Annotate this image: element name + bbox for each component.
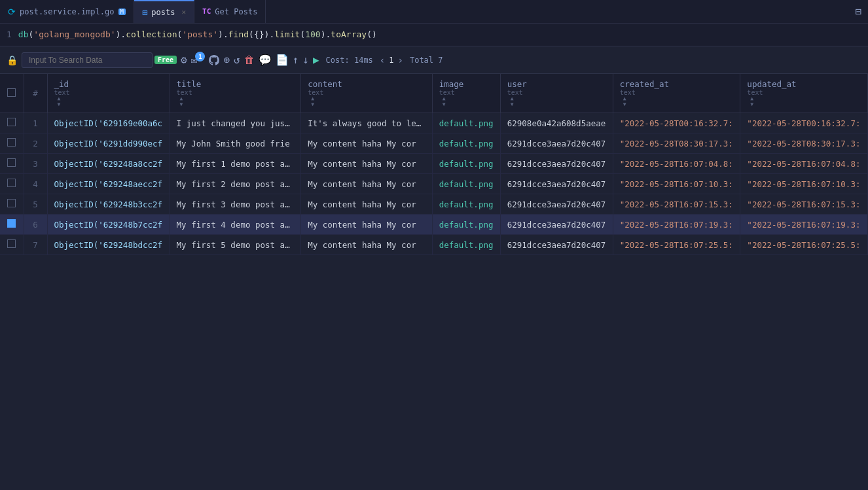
free-badge: Free: [154, 56, 177, 64]
th-title-sort[interactable]: ▲▼: [180, 96, 183, 107]
tab-post-service-label: post.service.impl.go: [20, 7, 115, 16]
th-user-sub: text: [507, 89, 606, 96]
th-content[interactable]: content text ▲▼: [301, 74, 433, 113]
tab-posts-close[interactable]: ✕: [181, 8, 186, 16]
table-row[interactable]: 2 ObjectID('6291dd990ecf My John Smith g…: [0, 133, 868, 154]
th-updated-at[interactable]: updated_at text ▲▼: [740, 74, 868, 113]
data-table: # _id text ▲▼ title text ▲▼ content text…: [0, 74, 868, 255]
search-input[interactable]: [22, 52, 153, 68]
go-icon: ⟳: [8, 7, 16, 17]
split-view-icon[interactable]: ⊟: [855, 5, 861, 18]
table-header-row: # _id text ▲▼ title text ▲▼ content text…: [0, 74, 868, 113]
row-checkbox[interactable]: [7, 179, 16, 187]
th-image-sort[interactable]: ▲▼: [443, 96, 446, 107]
row-checkbox-cell[interactable]: [0, 215, 24, 235]
tab-post-service-badge: M: [118, 9, 126, 15]
row-num: 6: [24, 215, 47, 235]
row-image: default.png: [432, 215, 500, 235]
tab-bar-right: ⊟: [855, 5, 868, 18]
row-id: ObjectID('6291dd990ecf: [47, 133, 170, 154]
row-checkbox-cell[interactable]: [0, 113, 24, 133]
play-icon[interactable]: ▶: [313, 54, 319, 66]
upload-icon[interactable]: ↑: [293, 54, 299, 66]
th-content-sub: text: [308, 89, 425, 96]
download-icon[interactable]: ↓: [302, 54, 309, 66]
row-updated-at: "2022-05-28T16:07:10.3:: [740, 174, 868, 194]
row-checkbox-cell[interactable]: [0, 194, 24, 215]
row-checkbox-cell[interactable]: [0, 174, 24, 194]
row-created-at: "2022-05-28T16:07:10.3:: [613, 174, 740, 194]
th-id-sort[interactable]: ▲▼: [58, 96, 61, 107]
th-title[interactable]: title text ▲▼: [170, 74, 301, 113]
table-row[interactable]: 4 ObjectID('629248aecc2f My first 2 demo…: [0, 174, 868, 194]
github-icon[interactable]: [209, 55, 219, 65]
row-title: My first 5 demo post alv: [170, 235, 301, 255]
th-user-sort[interactable]: ▲▼: [511, 96, 514, 107]
tab-post-service[interactable]: ⟳ post.service.impl.go M: [0, 0, 134, 23]
table-row[interactable]: 7 ObjectID('629248bdcc2f My first 5 demo…: [0, 235, 868, 255]
th-select-all[interactable]: [0, 74, 24, 113]
tab-bar: ⟳ post.service.impl.go M ⊞ posts ✕ TC Ge…: [0, 0, 868, 24]
th-content-sort[interactable]: ▲▼: [311, 96, 314, 107]
th-created-at-label: created_at: [620, 79, 669, 89]
doc-icon[interactable]: 📄: [276, 54, 289, 66]
th-id[interactable]: _id text ▲▼: [47, 74, 170, 113]
mail-icon-wrapper: ⚙: [181, 54, 187, 66]
row-checkbox[interactable]: [7, 118, 16, 126]
row-image: default.png: [432, 174, 500, 194]
select-all-checkbox[interactable]: [7, 88, 16, 97]
tab-posts[interactable]: ⊞ posts ✕: [134, 0, 194, 23]
row-created-at: "2022-05-28T16:07:19.3:: [613, 215, 740, 235]
row-num: 3: [24, 154, 47, 174]
query-line-num: 1: [7, 29, 12, 39]
th-title-sub: text: [177, 89, 295, 96]
row-image: default.png: [432, 133, 500, 154]
page-prev-btn[interactable]: ‹: [380, 55, 385, 65]
th-updated-at-sort[interactable]: ▲▼: [750, 96, 753, 107]
table-row[interactable]: 3 ObjectID('629248a8cc2f My first 1 demo…: [0, 154, 868, 174]
delete-icon[interactable]: 🗑: [244, 54, 255, 66]
row-content: My content haha My cor: [301, 194, 433, 215]
table-row[interactable]: 1 ObjectID('629169e00a6c I just changed …: [0, 113, 868, 133]
settings-icon[interactable]: ⚙: [181, 54, 187, 66]
notification-wrapper: ✉ 1: [191, 54, 206, 66]
th-image[interactable]: image text ▲▼: [432, 74, 500, 113]
total-label: Total 7: [410, 56, 443, 65]
th-user[interactable]: user text ▲▼: [500, 74, 613, 113]
row-checkbox-cell[interactable]: [0, 235, 24, 255]
row-created-at: "2022-05-28T16:07:25.5:: [613, 235, 740, 255]
row-created-at: "2022-05-28T08:30:17.3:: [613, 133, 740, 154]
row-checkbox-cell[interactable]: [0, 154, 24, 174]
tab-get-posts-label: Get Posts: [215, 7, 257, 16]
data-table-container: # _id text ▲▼ title text ▲▼ content text…: [0, 74, 868, 488]
chat-icon[interactable]: 💬: [259, 54, 272, 66]
row-id: ObjectID('629248a8cc2f: [47, 154, 170, 174]
row-content: My content haha My cor: [301, 154, 433, 174]
row-updated-at: "2022-05-28T00:16:32.7:: [740, 113, 868, 133]
th-created-at-sort[interactable]: ▲▼: [623, 96, 626, 107]
page-next-btn[interactable]: ›: [398, 55, 403, 65]
tab-get-posts[interactable]: TC Get Posts: [194, 0, 266, 23]
row-checkbox[interactable]: [7, 138, 16, 147]
row-checkbox-cell[interactable]: [0, 133, 24, 154]
table-row[interactable]: 6 ObjectID('629248b7cc2f My first 4 demo…: [0, 215, 868, 235]
toolbar: 🔒 Free ⚙ ✉ 1 ⊕ ↺ 🗑 💬 📄 ↑ ↓ ▶ Cost: 14ms …: [0, 46, 868, 74]
row-checkbox[interactable]: [7, 199, 16, 207]
row-id: ObjectID('629248aecc2f: [47, 174, 170, 194]
row-content: My content haha My cor: [301, 235, 433, 255]
th-user-label: user: [507, 79, 527, 89]
row-user: 62908e0a42a608d5aeae: [500, 113, 613, 133]
lock-icon: 🔒: [7, 55, 18, 65]
row-content: My content haha My cor: [301, 133, 433, 154]
th-created-at[interactable]: created_at text ▲▼: [613, 74, 740, 113]
row-checkbox[interactable]: [7, 219, 16, 228]
row-title: My first 1 demo post alv: [170, 154, 301, 174]
tc-icon: TC: [202, 7, 211, 16]
add-icon[interactable]: ⊕: [223, 54, 230, 66]
query-func: db: [18, 29, 29, 39]
row-checkbox[interactable]: [7, 158, 16, 167]
row-checkbox[interactable]: [7, 239, 16, 248]
table-row[interactable]: 5 ObjectID('629248b3cc2f My first 3 demo…: [0, 194, 868, 215]
refresh-icon[interactable]: ↺: [234, 54, 240, 66]
row-image: default.png: [432, 154, 500, 174]
